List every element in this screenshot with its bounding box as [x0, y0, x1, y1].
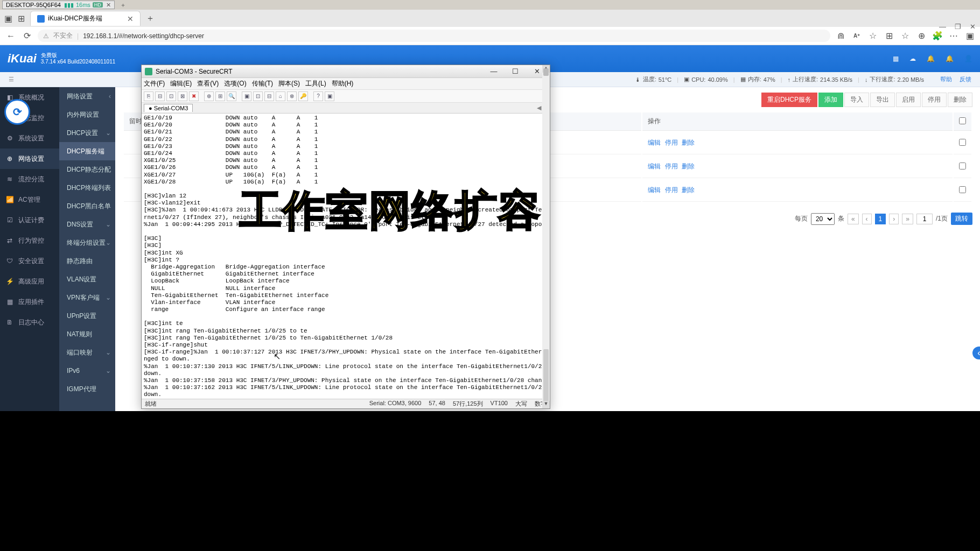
submenu-item[interactable]: 端口映射⌄ — [59, 343, 115, 362]
jump-button[interactable]: 跳转 — [951, 213, 972, 225]
crt-minimize-button[interactable]: — — [484, 66, 503, 77]
window-minimize-icon[interactable]: — — [939, 23, 946, 31]
submenu-item[interactable]: NAT规则 — [59, 325, 115, 343]
crt-tool-icon[interactable]: ⊞ — [215, 91, 225, 101]
last-page-button[interactable]: » — [902, 214, 913, 224]
submenu-item[interactable]: DHCP终端列表 — [59, 179, 115, 197]
submenu-item[interactable]: 内外网设置 — [59, 105, 115, 124]
submenu-item[interactable]: VLAN设置 — [59, 270, 115, 288]
delete-link[interactable]: 删除 — [682, 186, 695, 194]
enable-button[interactable]: 启用 — [896, 93, 921, 107]
page-1-button[interactable]: 1 — [875, 214, 886, 224]
browser-tab-active[interactable]: iKuai-DHCP服务端 ✕ — [30, 11, 141, 26]
submenu-item[interactable]: DHCP设置⌄ — [59, 124, 115, 142]
favorites-icon[interactable]: ☆ — [900, 31, 910, 41]
sidebar-item[interactable]: ≋流控分流 — [0, 169, 59, 189]
sidebar-item[interactable]: 🗎日志中心 — [0, 312, 59, 333]
crt-tool-icon[interactable]: ⊗ — [287, 91, 297, 101]
new-tab-icon[interactable]: ＋ — [120, 1, 126, 9]
submenu-item[interactable]: DHCP黑白名单 — [59, 197, 115, 215]
window-maximize-icon[interactable]: ❐ — [955, 23, 961, 31]
collections-icon[interactable]: ⊞ — [884, 31, 894, 41]
crt-tool-icon[interactable]: ▣ — [325, 91, 334, 101]
sidebar-item[interactable]: ⚡高级应用 — [0, 271, 59, 292]
submenu-item[interactable]: DHCP静态分配 — [59, 160, 115, 179]
translate-icon[interactable]: ☆ — [868, 31, 878, 41]
perpage-select[interactable]: 20 — [811, 213, 835, 225]
crt-menu-item[interactable]: 帮助(H) — [332, 79, 354, 88]
crt-tool-icon[interactable]: ✖ — [189, 91, 199, 101]
crt-menu-item[interactable]: 查看(V) — [197, 79, 219, 88]
crt-maximize-button[interactable]: ☐ — [506, 66, 525, 77]
crt-tool-icon[interactable]: ▣ — [242, 91, 251, 101]
back-button[interactable]: ← — [5, 31, 16, 41]
restart-button[interactable]: 重启DHCP服务 — [761, 93, 817, 107]
crt-menu-item[interactable]: 选项(O) — [224, 79, 246, 88]
submenu-item[interactable]: 网络设置‹ — [59, 87, 115, 105]
user-icon[interactable]: 👤 — [964, 55, 972, 62]
next-page-button[interactable]: › — [889, 214, 899, 224]
stop-link[interactable]: 停用 — [665, 163, 678, 170]
edit-link[interactable]: 编辑 — [648, 139, 661, 146]
sidebar-item[interactable]: ⚙系统设置 — [0, 128, 59, 149]
voice-icon[interactable]: ⋒ — [836, 31, 845, 41]
stop-link[interactable]: 停用 — [665, 186, 678, 194]
stop-link[interactable]: 停用 — [665, 139, 678, 146]
sidebar-item[interactable]: ☑认证计费 — [0, 210, 59, 230]
submenu-item[interactable]: DNS设置⌄ — [59, 215, 115, 234]
sidebar-item[interactable]: 📶AC管理 — [0, 189, 59, 210]
crt-tool-icon[interactable]: ⊟ — [264, 91, 274, 101]
refresh-button[interactable]: ⟳ — [22, 31, 32, 41]
crt-tool-icon[interactable]: ⊟ — [155, 91, 165, 101]
submenu-item[interactable]: IPv6⌄ — [59, 362, 115, 380]
import-button[interactable]: 导入 — [844, 93, 869, 107]
reader-icon[interactable]: A⁺ — [852, 31, 862, 41]
crt-menu-item[interactable]: 传输(T) — [252, 79, 273, 88]
submenu-item[interactable]: IGMP代理 — [59, 380, 115, 398]
first-page-button[interactable]: « — [848, 214, 859, 224]
notify-icon[interactable]: 🔔 — [927, 55, 935, 62]
crt-menu-item[interactable]: 脚本(S) — [278, 79, 300, 88]
crt-tool-icon[interactable]: ⌂ — [276, 91, 285, 101]
crt-tool-icon[interactable]: ⊕ — [204, 91, 214, 101]
disable-button[interactable]: 停用 — [922, 93, 947, 107]
alarm-icon[interactable]: 🔔 — [946, 55, 954, 62]
extensions-icon[interactable]: ⊕ — [916, 31, 926, 41]
sidebar-item[interactable]: ⊕网络设置 — [0, 149, 59, 169]
submenu-item[interactable]: UPnP设置 — [59, 307, 115, 325]
crt-menu-item[interactable]: 工具(L) — [305, 79, 326, 88]
sidebar-item[interactable]: ▦应用插件 — [0, 292, 59, 312]
grid-icon[interactable]: ▦ — [893, 55, 899, 62]
window-close-icon[interactable]: ✕ — [970, 23, 976, 31]
menu-icon[interactable]: ☰ — [9, 76, 14, 83]
crt-tool-icon[interactable]: ⊡ — [253, 91, 263, 101]
crt-menu-item[interactable]: 编辑(E) — [170, 79, 192, 88]
row-checkbox[interactable] — [959, 163, 966, 169]
submenu-item[interactable]: 终端分组设置⌄ — [59, 234, 115, 252]
add-button[interactable]: 添加 — [818, 93, 843, 107]
crt-tool-icon[interactable]: 🔑 — [298, 91, 308, 101]
feedback-link[interactable]: 反馈 — [960, 75, 971, 83]
page-input[interactable] — [916, 214, 933, 224]
delete-link[interactable]: 删除 — [682, 139, 695, 146]
crt-scroll-down-icon[interactable]: ▼ — [542, 401, 550, 408]
row-checkbox[interactable] — [959, 139, 966, 146]
row-checkbox[interactable] — [959, 186, 966, 193]
crt-terminal-output[interactable]: GE1/0/19 DOWN auto A A 1 GE1/0/20 DOWN a… — [142, 114, 550, 399]
crt-scrollbar[interactable]: ▲ ▼ — [542, 65, 550, 408]
crt-tool-icon[interactable]: ? — [313, 91, 323, 101]
puzzle-icon[interactable]: 🧩 — [933, 31, 942, 41]
new-browser-tab-icon[interactable]: ＋ — [146, 13, 155, 24]
sidebar-toggle-icon[interactable]: ▣ — [4, 13, 12, 24]
delete-link[interactable]: 删除 — [682, 163, 695, 170]
prev-page-button[interactable]: ‹ — [862, 214, 872, 224]
crt-menu-item[interactable]: 文件(F) — [144, 79, 165, 88]
cloud-icon[interactable]: ☁ — [909, 55, 916, 62]
export-button[interactable]: 导出 — [870, 93, 895, 107]
crt-tool-icon[interactable]: ⊡ — [166, 91, 176, 101]
sidebar-item[interactable]: 🛡安全设置 — [0, 251, 59, 271]
crt-tab-nav-left[interactable]: ◀ — [537, 104, 541, 111]
sidebar-item[interactable]: ⇄行为管控 — [0, 230, 59, 251]
split-icon[interactable]: ▣ — [965, 31, 975, 41]
crt-tool-icon[interactable]: 🔍 — [227, 91, 236, 101]
